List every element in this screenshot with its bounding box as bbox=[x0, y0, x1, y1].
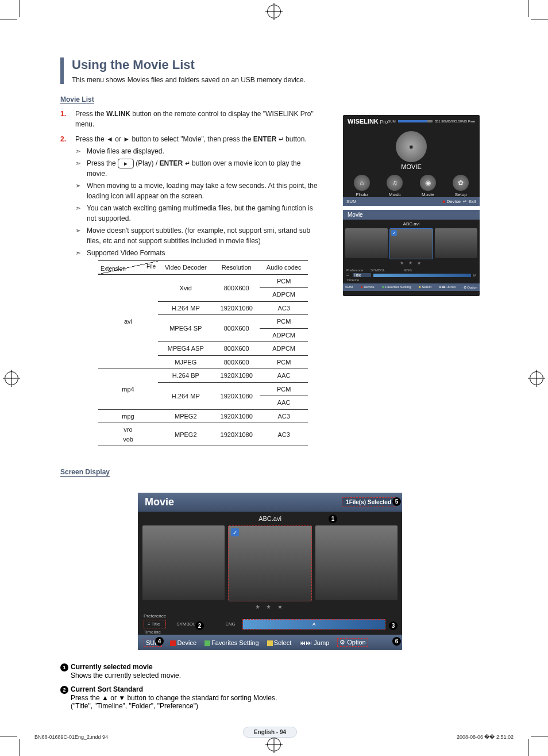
wiselink-menu-screenshot: WISELINK Pro SUM 851.98MB/995.00MB Free … bbox=[343, 115, 480, 204]
option-icon: ⚙ bbox=[339, 639, 345, 646]
movie-icon: ◉ bbox=[420, 175, 436, 191]
page-subtitle: This menu shows Movies files and folders… bbox=[72, 76, 480, 84]
sort-selector: ≡ Title bbox=[144, 620, 166, 628]
red-button-icon bbox=[170, 640, 176, 646]
movie-thumbnail bbox=[345, 228, 388, 258]
step-2: Press the ◄ or ► button to select "Movie… bbox=[60, 134, 319, 446]
video-formats-table: File Extension Video Decoder Resolution … bbox=[98, 260, 308, 446]
table-header: Resolution bbox=[214, 261, 260, 275]
enter-icon: ↵ bbox=[185, 159, 190, 168]
alpha-bar bbox=[373, 274, 471, 277]
movie-thumbnail bbox=[435, 228, 477, 258]
page-title: Using the Movie List bbox=[72, 57, 480, 72]
registration-mark-icon bbox=[267, 5, 281, 18]
alpha-bar: A bbox=[242, 619, 386, 630]
step-1: Press the W.LINK button on the remote co… bbox=[60, 109, 319, 129]
movie-list-screenshot: Movie ABC.avi ★ ★ ★ Preference SYMBOL EN… bbox=[343, 210, 480, 296]
table-header: Video Decoder bbox=[158, 261, 214, 275]
jump-icon: ⏮⏭ bbox=[299, 639, 312, 646]
callout-icon: 2 bbox=[60, 686, 68, 694]
legend-item-1: 1Currently selected movie Shows the curr… bbox=[60, 663, 480, 680]
movie-thumbnail bbox=[315, 525, 398, 600]
screen-display-diagram: Movie 1File(s) Selected ABC.avi ★ ★ ★ Pr… bbox=[138, 493, 402, 650]
table-header: Audio codec bbox=[260, 261, 308, 275]
callout-icon: 1 bbox=[60, 663, 68, 671]
note: Press the ► (Play) / ENTER ↵ button over… bbox=[75, 158, 319, 179]
movie-thumbnail bbox=[142, 525, 225, 600]
play-icon: ► bbox=[118, 159, 134, 168]
note: Movie doesn't support subtitles. (for ex… bbox=[75, 225, 319, 246]
section-screen-display: Screen Display bbox=[60, 468, 110, 477]
registration-mark-icon bbox=[5, 371, 18, 385]
note: You can watch exciting gaming multimedia… bbox=[75, 203, 319, 224]
section-movie-list: Movie List bbox=[60, 95, 94, 104]
movie-reel-icon: ◉ bbox=[396, 131, 427, 162]
table-header: File Extension bbox=[98, 261, 158, 275]
registration-mark-icon bbox=[530, 371, 543, 385]
note: Supported Video Formats bbox=[75, 248, 319, 258]
print-footer: BN68-01689C-01Eng_2.indd 94 2008-08-06 �… bbox=[34, 734, 514, 740]
legend-item-2: 2Current Sort Standard Press the ▲ or ▼ … bbox=[60, 685, 480, 710]
green-button-icon bbox=[204, 640, 210, 646]
enter-icon: ↵ bbox=[279, 135, 284, 144]
note: Movie files are displayed. bbox=[75, 146, 319, 156]
movie-thumbnail-selected bbox=[228, 525, 311, 601]
setup-icon: ✿ bbox=[453, 175, 469, 191]
rating-stars-icon: ★ ★ ★ bbox=[343, 260, 480, 266]
memory-bar-icon bbox=[398, 120, 433, 122]
music-icon: ♫ bbox=[387, 175, 403, 191]
note: When moving to a movie, loading may take… bbox=[75, 181, 319, 201]
files-selected-badge: 1File(s) Selected bbox=[342, 497, 395, 507]
photo-icon: ⌂ bbox=[354, 175, 370, 191]
sort-icon: ≡ bbox=[148, 621, 150, 627]
movie-thumbnail-selected bbox=[389, 228, 433, 259]
yellow-button-icon bbox=[267, 640, 273, 646]
